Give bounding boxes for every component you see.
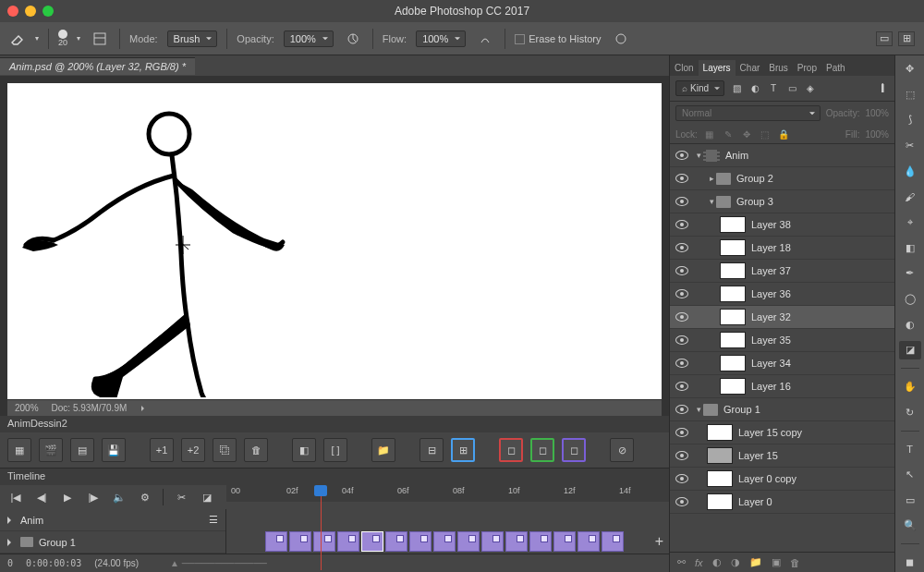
layer-thumbnail[interactable] [720,286,746,302]
layer-thumbnail[interactable] [720,355,746,371]
first-frame-button[interactable]: |◀ [7,489,24,505]
shape-tool-icon[interactable]: ▭ [899,491,921,510]
ad-newframe1-icon[interactable]: +1 [150,438,174,462]
blur-tool-icon[interactable]: ◯ [899,289,921,309]
lock-all-icon[interactable]: 🔒 [777,128,790,140]
frame[interactable] [481,531,504,552]
ad-trash-icon[interactable]: 🗑 [244,438,268,462]
type-tool-icon[interactable]: T [899,440,921,459]
prev-frame-button[interactable]: ◀| [33,489,50,505]
screen-mode-icon[interactable]: ▭ [876,31,893,46]
move-tool-icon[interactable]: ✥ [899,59,921,79]
filter-pixel-icon[interactable]: ▧ [730,82,743,95]
visibility-icon[interactable] [670,197,694,206]
lock-position-icon[interactable]: ✥ [740,128,753,140]
layer-row[interactable]: Layer 32 [670,306,894,329]
playhead[interactable] [314,485,327,496]
filter-shape-icon[interactable]: ▭ [785,82,798,95]
audio-button[interactable]: 🔈 [111,489,128,505]
frame[interactable] [578,531,600,552]
foreground-color[interactable]: ◼ [899,553,921,572]
layer-thumbnail[interactable] [720,262,746,279]
layer-row[interactable]: Layer 36 [670,283,894,306]
brush-panel-icon[interactable] [90,29,110,49]
visibility-icon[interactable] [670,174,694,183]
visibility-icon[interactable] [670,289,694,298]
ad-plus-icon[interactable]: ⊞ [451,438,475,462]
visibility-icon[interactable] [670,243,694,252]
frame[interactable] [313,531,335,552]
frame[interactable] [433,531,456,552]
layer-thumbnail[interactable] [720,378,746,395]
frame[interactable] [457,531,480,552]
adjustment-icon[interactable]: ◑ [731,556,740,568]
layer-row[interactable]: ▾Anim [670,144,894,167]
pen-tool-icon[interactable]: ✒ [899,264,921,284]
frame[interactable] [409,531,432,552]
add-frame-button[interactable]: + [655,533,663,550]
dodge-tool-icon[interactable]: ◐ [899,315,921,335]
visibility-icon[interactable] [670,266,694,275]
transition-button[interactable]: ◪ [199,489,215,505]
airbrush-icon[interactable] [475,29,495,49]
zoom-level[interactable]: 200% [15,403,39,413]
erase-history-checkbox[interactable]: Erase to History [515,33,601,44]
tab-brushes[interactable]: Brus [764,60,793,76]
ad-bracket-icon[interactable]: [ ] [323,438,347,462]
marquee-tool-icon[interactable]: ⬚ [899,85,921,104]
layer-thumbnail[interactable] [720,216,746,233]
layer-thumbnail[interactable] [720,309,746,325]
fx-icon[interactable]: fx [695,557,703,568]
frame[interactable] [529,531,552,552]
ad-purple-icon[interactable]: ◻ [562,438,586,462]
brush-tool-icon[interactable]: 🖌 [899,187,921,206]
layer-row[interactable]: Layer 18 [670,237,894,260]
lasso-tool-icon[interactable]: ⟆ [899,110,921,129]
rotate-tool-icon[interactable]: ↻ [899,403,921,422]
track-group1[interactable]: Group 1 [0,531,225,554]
settings-button[interactable]: ⚙ [137,489,153,505]
pressure-opacity-icon[interactable] [343,29,363,49]
ad-green-icon[interactable]: ◻ [530,438,554,462]
chevron-icon[interactable]: ▾ [694,151,703,160]
frame[interactable] [602,531,624,552]
lock-nested-icon[interactable]: ⬚ [759,128,772,140]
next-frame-button[interactable]: |▶ [85,489,102,505]
chevron-icon[interactable]: ▾ [694,405,703,414]
gradient-tool-icon[interactable]: ◧ [899,238,921,258]
split-button[interactable]: ✂ [173,489,189,505]
opacity-dropdown[interactable]: 100% [284,30,334,47]
canvas[interactable] [7,83,662,399]
ad-folder-icon[interactable]: 📁 [371,438,395,462]
stamp-tool-icon[interactable]: ⌖ [899,213,921,232]
layer-row[interactable]: ▾Group 1 [670,398,894,421]
visibility-icon[interactable] [670,474,694,483]
visibility-icon[interactable] [670,382,694,391]
filter-smart-icon[interactable]: ◈ [804,82,817,95]
chevron-icon[interactable]: ▸ [707,174,716,183]
layer-row[interactable]: Layer 35 [670,329,894,352]
ad-save-icon[interactable]: 💾 [102,438,126,462]
frame[interactable] [385,531,407,552]
ad-minus-icon[interactable]: ⊟ [419,438,444,462]
tab-properties[interactable]: Prop [793,60,821,76]
filter-adjust-icon[interactable]: ◐ [748,82,761,95]
layer-row[interactable]: Layer 15 copy [670,421,894,444]
frame[interactable] [505,531,528,552]
lock-transparent-icon[interactable]: ▦ [703,128,716,140]
chevron-icon[interactable]: ▾ [707,197,716,206]
crop-tool-icon[interactable]: ✂ [899,136,921,155]
layer-thumbnail[interactable] [720,239,746,256]
tab-paths[interactable]: Path [821,60,850,76]
layer-thumbnail[interactable] [720,332,746,348]
close-window-button[interactable] [7,6,18,17]
ad-grid-icon[interactable]: ▤ [70,438,94,462]
pressure-size-icon[interactable] [611,29,631,49]
frame[interactable] [337,531,359,552]
ad-onion-icon[interactable]: ◧ [292,438,316,462]
lock-pixels-icon[interactable]: ✎ [722,128,735,140]
fill-value[interactable]: 100% [865,129,889,140]
layer-row[interactable]: Layer 34 [670,352,894,375]
layer-opacity-value[interactable]: 100% [865,108,889,118]
layer-row[interactable]: Layer 0 [670,491,894,514]
